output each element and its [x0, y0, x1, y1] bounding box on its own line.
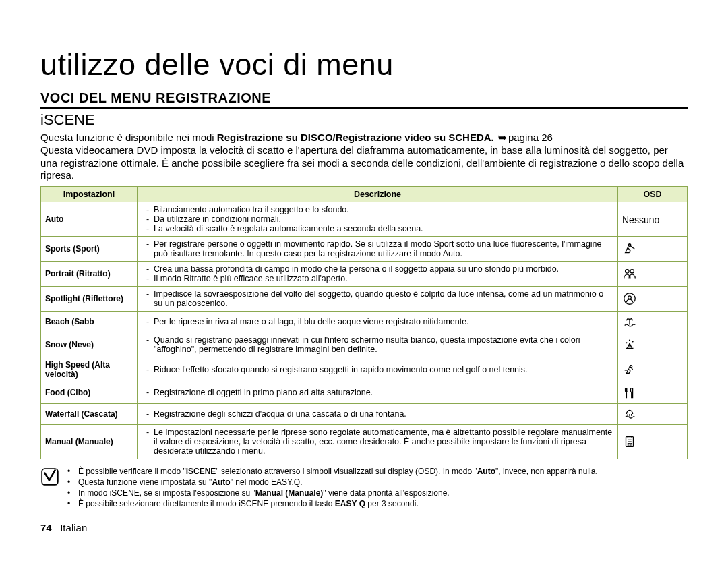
setting-cell: Waterfall (Cascata) [41, 403, 138, 424]
description-cell: -Bilanciamento automatico tra il soggett… [138, 202, 618, 237]
setting-cell: Food (Cibo) [41, 382, 138, 403]
osd-cell [618, 403, 688, 424]
setting-cell: Portrait (Ritratto) [41, 262, 138, 287]
subheading-iscene: iSCENE [40, 111, 688, 129]
description-cell: -Registrazione di oggetti in primo piano… [138, 382, 618, 403]
table-row: Food (Cibo)-Registrazione di oggetti in … [41, 382, 688, 403]
table-row: Auto-Bilanciamento automatico tra il sog… [41, 202, 688, 237]
beach-icon [622, 314, 637, 329]
table-row: Beach (Sabb-Per le riprese in riva al ma… [41, 312, 688, 332]
intro-body: Questa videocamera DVD imposta la veloci… [40, 144, 684, 181]
th-impostazioni: Impostazioni [41, 187, 138, 202]
setting-cell: Beach (Sabb [41, 312, 138, 332]
note-item: •È possibile selezionare direttamente il… [67, 498, 598, 509]
note-item: •In modo iSCENE, se si imposta l'esposiz… [67, 488, 598, 498]
manual-icon [622, 434, 637, 449]
setting-cell: Auto [41, 202, 138, 237]
snow-icon [622, 337, 637, 352]
note-icon [40, 467, 61, 489]
sports-icon [622, 241, 637, 256]
th-osd: OSD [618, 187, 688, 202]
table-row: Snow (Neve)-Quando si registrano paesagg… [41, 332, 688, 357]
osd-cell: Nessuno [618, 202, 688, 237]
setting-cell: High Speed (Alta velocità) [41, 357, 138, 382]
footer-sep: _ [52, 522, 61, 533]
table-row: Manual (Manuale)-Le impostazioni necessa… [41, 424, 688, 459]
description-cell: -Per registrare persone o oggetti in mov… [138, 237, 618, 262]
description-cell: -Le impostazioni necessarie per le ripre… [138, 424, 618, 459]
description-cell: -Quando si registrano paesaggi innevati … [138, 332, 618, 357]
highspeed-icon [622, 362, 637, 377]
setting-cell: Sports (Sport) [41, 237, 138, 262]
intro-bold: Registrazione su DISCO/Registrazione vid… [217, 132, 494, 143]
note-item: •È possibile verificare il modo "iSCENE"… [67, 466, 598, 477]
waterfall-icon [622, 407, 637, 421]
page-ref-arrow: ➥ [498, 132, 507, 144]
osd-cell [618, 237, 688, 262]
table-row: Spotlight (Riflettore)-Impedisce la sovr… [41, 287, 688, 312]
page-title: utilizzo delle voci di menu [40, 47, 688, 82]
description-cell: -Crea una bassa profondità di campo in m… [138, 262, 618, 287]
osd-cell [618, 357, 688, 382]
footer-lang: Italian [60, 522, 87, 533]
manual-page: utilizzo delle voci di menu VOCI DEL MEN… [0, 0, 728, 533]
osd-cell [618, 287, 688, 312]
food-icon [622, 386, 637, 401]
setting-cell: Manual (Manuale) [41, 424, 138, 459]
th-descrizione: Descrizione [138, 187, 618, 202]
osd-cell [618, 312, 688, 332]
description-cell: -Impedisce la sovraesposizione del volto… [138, 287, 618, 312]
description-cell: -Registrazione degli schizzi d'acqua di … [138, 403, 618, 424]
spotlight-icon [622, 291, 637, 306]
table-row: High Speed (Alta velocità)-Riduce l'effe… [41, 357, 688, 382]
description-cell: -Riduce l'effetto sfocato quando si regi… [138, 357, 618, 382]
description-cell: -Per le riprese in riva al mare o al lag… [138, 312, 618, 332]
table-row: Portrait (Ritratto)-Crea una bassa profo… [41, 262, 688, 287]
setting-cell: Snow (Neve) [41, 332, 138, 357]
intro-pageref: pagina 26 [508, 132, 553, 143]
table-row: Waterfall (Cascata)-Registrazione degli … [41, 403, 688, 424]
portrait-icon [622, 266, 637, 281]
intro-text: Questa funzione è disponibile nei modi R… [40, 132, 688, 182]
section-title: VOCI DEL MENU REGISTRAZIONE [40, 90, 688, 109]
intro-pre: Questa funzione è disponibile nei modi [40, 132, 217, 143]
osd-cell [618, 332, 688, 357]
osd-cell [618, 382, 688, 403]
osd-cell [618, 262, 688, 287]
page-footer: 74_ Italian [40, 522, 688, 533]
osd-cell [618, 424, 688, 459]
page-number: 74 [40, 522, 52, 533]
table-row: Sports (Sport)-Per registrare persone o … [41, 237, 688, 262]
note-item: •Questa funzione viene impostata su "Aut… [67, 477, 598, 488]
table-header-row: Impostazioni Descrizione OSD [41, 187, 688, 202]
iscene-table: Impostazioni Descrizione OSD Auto-Bilanc… [40, 186, 688, 459]
notes-list: •È possibile verificare il modo "iSCENE"… [67, 466, 598, 510]
setting-cell: Spotlight (Riflettore) [41, 287, 138, 312]
note-box: •È possibile verificare il modo "iSCENE"… [40, 466, 688, 510]
